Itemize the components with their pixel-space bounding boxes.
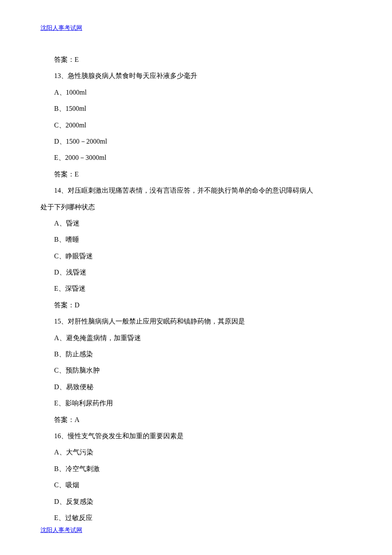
q14-answer: 答案：D [40, 297, 352, 313]
q16-option-e: E、过敏反应 [40, 510, 352, 526]
q15-option-e: E、影响利尿药作用 [40, 395, 352, 411]
q14-option-c: C、睁眼昏迷 [40, 248, 352, 264]
q12-answer: 答案：E [40, 52, 352, 68]
document-content: 答案：E 13、急性胰腺炎病人禁食时每天应补液多少毫升 A、1000ml B、1… [40, 52, 352, 526]
q14-option-e: E、深昏迷 [40, 280, 352, 297]
q16-option-d: D、反复感染 [40, 494, 352, 510]
q14-stem-line2: 处于下列哪种状态 [40, 199, 352, 215]
q16-option-a: A、大气污染 [40, 444, 352, 460]
q13-answer: 答案：E [40, 166, 352, 182]
q13-option-c: C、2000ml [40, 117, 352, 133]
q13-option-b: B、1500ml [40, 101, 352, 117]
q15-option-c: C、预防脑水肿 [40, 362, 352, 379]
header-link[interactable]: 沈阳人事考试网 [40, 24, 82, 32]
q14-option-a: A、昏迷 [40, 215, 352, 231]
footer-link[interactable]: 沈阳人事考试网 [40, 526, 82, 534]
page-container: 沈阳人事考试网 答案：E 13、急性胰腺炎病人禁食时每天应补液多少毫升 A、10… [0, 0, 392, 534]
q15-option-a: A、避免掩盖病情，加重昏迷 [40, 330, 352, 346]
q14-stem-line1: 14、对压眶刺激出现痛苦表情，没有言语应答，并不能执行简单的命令的意识障碍病人 [40, 182, 352, 199]
q16-option-c: C、吸烟 [40, 477, 352, 493]
q15-option-b: B、防止感染 [40, 346, 352, 362]
q13-stem: 13、急性胰腺炎病人禁食时每天应补液多少毫升 [40, 68, 352, 84]
q15-option-d: D、易致便秘 [40, 379, 352, 395]
q13-option-a: A、1000ml [40, 84, 352, 101]
q14-option-b: B、嗜睡 [40, 231, 352, 248]
q16-stem: 16、慢性支气管炎发生和加重的重要因素是 [40, 428, 352, 444]
q16-option-b: B、冷空气刺激 [40, 461, 352, 477]
q13-option-e: E、2000－3000ml [40, 150, 352, 166]
q14-option-d: D、浅昏迷 [40, 264, 352, 280]
q15-answer: 答案：A [40, 412, 352, 428]
q13-option-d: D、1500－2000ml [40, 133, 352, 150]
q15-stem: 15、对肝性脑病病人一般禁止应用安眠药和镇静药物，其原因是 [40, 313, 352, 330]
